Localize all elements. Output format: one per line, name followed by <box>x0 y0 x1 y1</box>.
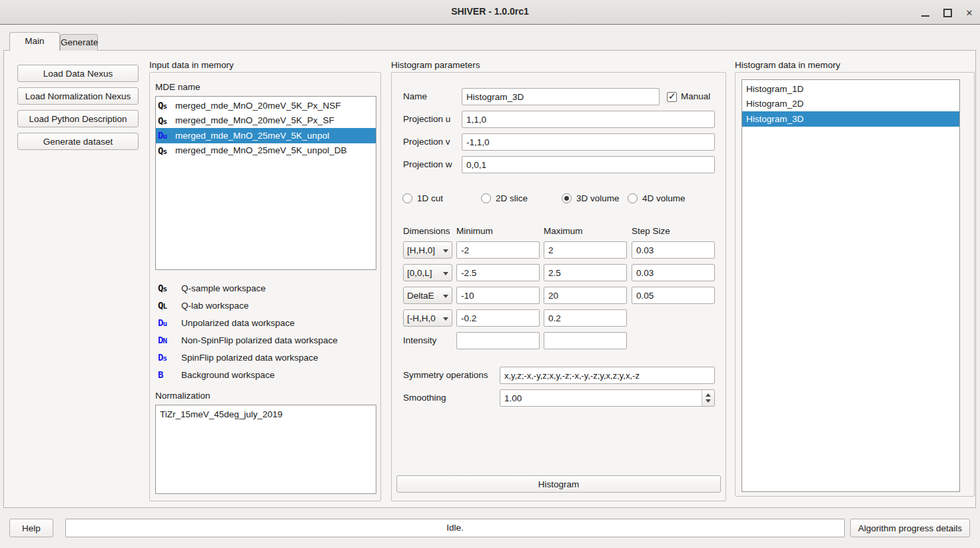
dimension-3-max-input[interactable] <box>544 287 627 304</box>
normalization-label: Normalization <box>155 391 211 401</box>
histogram-list-item[interactable]: Histogram_1D <box>742 81 959 97</box>
spinner-buttons[interactable] <box>702 390 714 406</box>
dimension-1-max-input[interactable] <box>544 241 627 259</box>
app-window: SHIVER - 1.0.0rc1 Main Generate Load Dat… <box>0 0 980 548</box>
tab-generate[interactable]: Generate <box>60 34 98 51</box>
name-input[interactable] <box>462 88 660 105</box>
unpolarized-workspace-icon: Du <box>158 130 175 141</box>
dimension-1-value: [H,H,0] <box>407 245 435 255</box>
mde-name-label: MDE name <box>155 82 201 93</box>
projection-v-input[interactable] <box>462 133 715 151</box>
dimension-2-min-input[interactable] <box>456 264 540 281</box>
projection-w-label: Projection w <box>403 156 452 173</box>
radio-2d-slice-label[interactable]: 2D slice <box>496 190 528 207</box>
histogram-panel-title: Histogram parameters <box>391 60 480 71</box>
name-label: Name <box>403 88 427 105</box>
dimension-3-value: DeltaE <box>407 291 434 301</box>
symmetry-operations-input[interactable] <box>500 367 715 384</box>
dimension-1-combobox[interactable]: [H,H,0] <box>403 241 452 259</box>
normalization-list[interactable]: TiZr_15meV_45deg_july_2019 <box>155 405 376 494</box>
dimension-1-min-input[interactable] <box>456 241 540 259</box>
projection-u-input[interactable] <box>462 111 715 128</box>
legend-text: Background workspace <box>181 370 274 380</box>
generate-dataset-button[interactable]: Generate dataset <box>17 133 139 150</box>
algorithm-progress-details-button[interactable]: Algorithm progress details <box>850 519 970 537</box>
dimension-3-min-input[interactable] <box>456 287 540 304</box>
tab-main[interactable]: Main <box>9 32 60 51</box>
normalization-list-item[interactable]: TiZr_15meV_45deg_july_2019 <box>156 407 376 422</box>
smoothing-spinbox[interactable]: 1.00 <box>500 389 715 407</box>
dimension-4-min-input[interactable] <box>456 309 540 327</box>
legend-item: QL Q-lab workspace <box>158 298 248 313</box>
maximize-icon <box>943 9 952 17</box>
legend-item: Du Unpolarized data workspace <box>158 315 294 330</box>
legend-text: SpinFlip polarized data workspace <box>181 353 318 363</box>
load-normalization-nexus-button[interactable]: Load Normalization Nexus <box>17 87 139 105</box>
legend-item: DN Non-SpinFlip polarized data workspace <box>158 333 338 347</box>
spin-up-icon[interactable] <box>706 393 711 397</box>
unpolarized-workspace-icon: Du <box>158 317 181 328</box>
radio-1d-cut-label[interactable]: 1D cut <box>417 190 443 207</box>
mde-item-name: merged_mde_MnO_25meV_5K_unpol <box>175 131 329 141</box>
dimension-4-max-input[interactable] <box>544 309 627 327</box>
intensity-min-input[interactable] <box>456 332 540 349</box>
chevron-down-icon <box>443 272 448 275</box>
intensity-max-input[interactable] <box>544 332 627 349</box>
dimension-1-step-input[interactable] <box>632 241 715 259</box>
help-button[interactable]: Help <box>9 519 53 537</box>
minimize-button[interactable] <box>917 5 933 21</box>
mde-list-item[interactable]: Qs merged_mde_MnO_25meV_5K_unpol_DB <box>156 143 376 159</box>
legend-item: B Background workspace <box>158 367 274 382</box>
dimension-4-value: [-H,H,0 <box>407 313 436 323</box>
non-spinflip-workspace-icon: DN <box>158 335 181 345</box>
mde-item-name: merged_mde_MnO_20meV_5K_Px_SF <box>175 115 334 125</box>
dimension-2-step-input[interactable] <box>632 264 715 281</box>
dimension-3-step-input[interactable] <box>632 287 715 304</box>
mde-list[interactable]: Qs merged_mde_MnO_20meV_5K_Px_NSF Qs mer… <box>155 96 376 270</box>
dimension-2-max-input[interactable] <box>544 264 627 281</box>
q-sample-workspace-icon: Qs <box>158 115 175 126</box>
dimension-2-value: [0,0,L] <box>407 268 432 278</box>
histogram-list[interactable]: Histogram_1D Histogram_2D Histogram_3D <box>741 79 960 492</box>
mde-list-item-selected[interactable]: Du merged_mde_MnO_25meV_5K_unpol <box>156 128 376 143</box>
q-sample-workspace-icon: Qs <box>158 145 175 156</box>
minimum-header: Minimum <box>456 225 493 238</box>
input-panel-title: Input data in memory <box>149 60 234 71</box>
titlebar: SHIVER - 1.0.0rc1 <box>0 0 980 25</box>
histogram-button[interactable]: Histogram <box>396 475 721 493</box>
spinflip-workspace-icon: Ds <box>158 352 181 363</box>
dimension-3-combobox[interactable]: DeltaE <box>403 287 452 304</box>
projection-u-label: Projection u <box>403 111 450 128</box>
radio-3d-volume-label[interactable]: 3D volume <box>576 190 620 207</box>
chevron-down-icon <box>443 317 448 321</box>
histogram-list-item[interactable]: Histogram_2D <box>742 97 959 112</box>
mde-item-name: merged_mde_MnO_25meV_5K_unpol_DB <box>175 145 346 155</box>
close-button[interactable] <box>961 5 977 21</box>
histogram-item-name: Histogram_1D <box>746 84 803 94</box>
radio-1d-cut[interactable] <box>402 193 412 203</box>
step-size-header: Step Size <box>632 225 670 238</box>
dimension-2-combobox[interactable]: [0,0,L] <box>403 264 452 281</box>
mde-list-item[interactable]: Qs merged_mde_MnO_20meV_5K_Px_SF <box>156 113 376 129</box>
mde-list-item[interactable]: Qs merged_mde_MnO_20meV_5K_Px_NSF <box>156 98 376 113</box>
projection-w-input[interactable] <box>462 156 715 173</box>
smoothing-value: 1.00 <box>504 393 522 403</box>
intensity-label: Intensity <box>403 332 436 349</box>
radio-2d-slice[interactable] <box>481 193 491 203</box>
radio-4d-volume-label[interactable]: 4D volume <box>642 190 686 207</box>
radio-4d-volume[interactable] <box>628 193 638 203</box>
legend-item: Qs Q-sample workspace <box>158 281 266 295</box>
load-python-description-button[interactable]: Load Python Description <box>17 110 139 127</box>
dimension-4-combobox[interactable]: [-H,H,0 <box>403 309 452 327</box>
load-data-nexus-button[interactable]: Load Data Nexus <box>17 65 139 82</box>
output-panel-title: Histogram data in memory <box>735 60 840 71</box>
maximize-button[interactable] <box>939 5 955 21</box>
radio-3d-volume[interactable] <box>562 193 572 203</box>
spin-down-icon[interactable] <box>706 399 711 403</box>
legend-text: Non-SpinFlip polarized data workspace <box>181 335 338 345</box>
symmetry-operations-label: Symmetry operations <box>403 367 488 384</box>
manual-checkbox[interactable] <box>667 92 677 102</box>
histogram-list-item-selected[interactable]: Histogram_3D <box>742 111 959 127</box>
q-lab-workspace-icon: QL <box>158 300 181 311</box>
histogram-item-name: Histogram_3D <box>746 114 803 124</box>
